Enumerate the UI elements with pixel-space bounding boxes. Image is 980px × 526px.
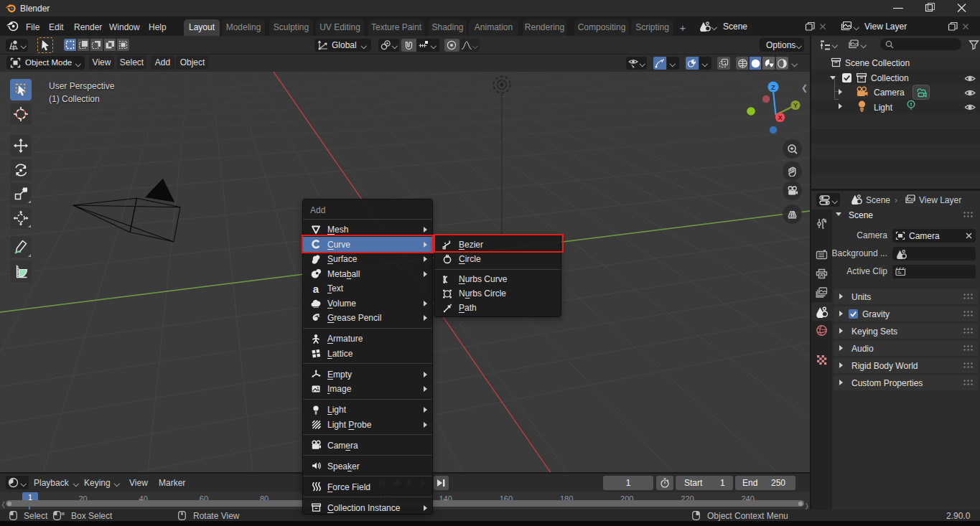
svg-text:a: a: [313, 283, 319, 293]
svg-text:Z: Z: [771, 83, 775, 91]
svg-text:Y: Y: [793, 102, 798, 109]
svg-text:X: X: [778, 114, 782, 121]
